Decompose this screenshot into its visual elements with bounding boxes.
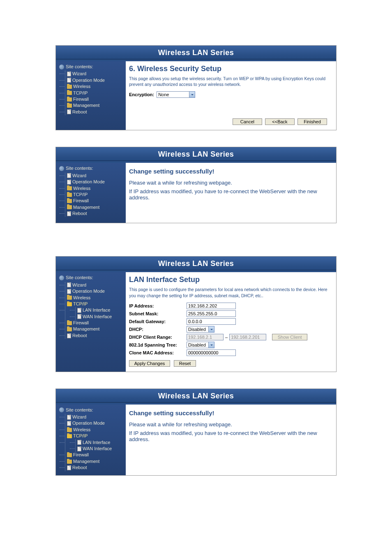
sidebar-item-management[interactable]: Management: [65, 204, 123, 210]
folder-icon: [67, 85, 72, 89]
header: Wireless LAN Series: [56, 389, 336, 403]
page-icon: [67, 421, 71, 426]
globe-icon: [59, 166, 64, 171]
folder-icon: [67, 321, 72, 325]
range-label: DHCP Client Range:: [129, 335, 187, 340]
sidebar-item-reboot[interactable]: Reboot: [65, 210, 123, 217]
sidebar-item-wireless[interactable]: Wireless: [65, 427, 123, 433]
folder-icon: [67, 193, 72, 197]
sidebar-item-reboot[interactable]: Reboot: [65, 333, 123, 339]
encryption-select[interactable]: [157, 91, 189, 98]
page-icon: [77, 314, 81, 319]
sidebar-item-operation-mode[interactable]: Operation Mode: [65, 420, 123, 426]
page-icon: [77, 308, 81, 313]
sidebar-item-tcpip[interactable]: TCP/IP: [65, 192, 123, 198]
sidebar-tree: Wizard Operation Mode Wireless TCP/IP Fi…: [65, 71, 123, 115]
chevron-down-icon[interactable]: [189, 91, 195, 98]
sidebar-item-management[interactable]: Management: [65, 102, 123, 109]
dhcp-label: DHCP:: [129, 327, 187, 332]
stp-label: 802.1d Spanning Tree:: [129, 342, 187, 347]
page-description: This page is used to configure the param…: [129, 287, 330, 298]
show-client-button: Show Client: [272, 334, 307, 340]
sidebar-item-wireless[interactable]: Wireless: [65, 83, 123, 90]
page-icon: [67, 180, 71, 185]
sidebar-item-reboot[interactable]: Reboot: [65, 109, 123, 115]
folder-icon: [67, 453, 72, 457]
cancel-button[interactable]: Cancel: [233, 118, 262, 125]
sidebar: Site contents: Wizard Operation Mode Wir…: [56, 271, 126, 371]
sidebar-item-management[interactable]: Management: [65, 458, 123, 465]
sidebar-item-operation-mode[interactable]: Operation Mode: [65, 288, 123, 294]
sidebar-item-firewall[interactable]: Firewall: [65, 320, 123, 326]
stp-select[interactable]: [187, 342, 209, 348]
mac-input[interactable]: [187, 349, 236, 356]
success-title: Change setting successfully!: [129, 168, 330, 175]
sidebar-item-operation-mode[interactable]: Operation Mode: [65, 77, 123, 83]
sidebar-item-wireless[interactable]: Wireless: [65, 185, 123, 192]
page-icon: [67, 109, 71, 114]
page-icon: [67, 465, 71, 470]
sidebar-item-wizard[interactable]: Wizard: [65, 414, 123, 420]
globe-icon: [59, 407, 64, 412]
page-title: LAN Interface Setup: [129, 275, 330, 284]
sidebar-item-management[interactable]: Management: [65, 326, 123, 332]
chevron-down-icon[interactable]: [209, 326, 214, 333]
page-icon: [67, 289, 71, 294]
reset-button[interactable]: Reset: [174, 360, 196, 367]
sidebar-item-wireless[interactable]: Wireless: [65, 295, 123, 301]
chevron-down-icon[interactable]: [209, 342, 214, 348]
sidebar-item-wizard[interactable]: Wizard: [65, 282, 123, 288]
globe-icon: [59, 65, 64, 69]
apply-button[interactable]: Apply Changes: [129, 360, 170, 367]
sidebar-item-tcpip[interactable]: TCP/IP: [65, 433, 123, 439]
folder-icon: [67, 104, 72, 108]
page-description: This page allows you setup the wireless …: [129, 76, 330, 87]
sidebar-item-firewall[interactable]: Firewall: [65, 452, 123, 458]
gateway-input[interactable]: [187, 318, 236, 325]
sidebar-item-operation-mode[interactable]: Operation Mode: [65, 179, 123, 185]
sidebar-item-firewall[interactable]: Firewall: [65, 198, 123, 204]
mask-input[interactable]: [187, 310, 236, 317]
sidebar-item-wan-interface[interactable]: WAN Interface: [76, 446, 112, 452]
sidebar-item-reboot[interactable]: Reboot: [65, 465, 123, 471]
range-start-input: [187, 334, 224, 340]
sidebar-item-firewall[interactable]: Firewall: [65, 96, 123, 102]
sidebar: Site contents: Wizard Operation Mode Wir…: [56, 60, 126, 130]
page-icon: [67, 333, 71, 338]
globe-icon: [59, 275, 64, 280]
header: Wireless LAN Series: [56, 147, 336, 161]
page-icon: [67, 415, 71, 420]
page-icon: [67, 72, 71, 76]
encryption-label: Encryption:: [129, 92, 154, 97]
page-title: 6. Wireless Security Setup: [129, 65, 330, 73]
ip-input[interactable]: [187, 303, 236, 309]
site-contents-title: Site contents:: [66, 165, 93, 171]
header: Wireless LAN Series: [56, 257, 336, 271]
folder-icon: [67, 91, 72, 95]
page-icon: [67, 211, 71, 216]
folder-icon: [67, 205, 72, 209]
mac-label: Clone MAC Address:: [129, 350, 187, 355]
panel-security-setup: Wireless LAN Series Site contents: Wizar…: [55, 45, 337, 130]
panel-success-2: Wireless LAN Series Site contents: Wizar…: [55, 388, 337, 476]
page-icon: [67, 173, 71, 178]
sidebar-item-lan-interface[interactable]: LAN Interface: [76, 439, 112, 446]
sidebar-item-wan-interface[interactable]: WAN Interface: [76, 314, 112, 320]
success-title: Change setting successfully!: [129, 409, 330, 416]
site-contents-title: Site contents:: [66, 64, 93, 70]
wait-message: Please wait a while for refreshing webpa…: [129, 180, 330, 186]
back-button[interactable]: <<Back: [265, 118, 295, 125]
sidebar-item-lan-interface[interactable]: LAN Interface: [76, 307, 112, 313]
panel-lan-setup: Wireless LAN Series Site contents: Wizar…: [55, 256, 337, 372]
folder-icon: [67, 460, 72, 464]
folder-icon: [67, 428, 72, 432]
sidebar-item-tcpip[interactable]: TCP/IP: [65, 90, 123, 96]
dhcp-select[interactable]: [187, 326, 209, 333]
header: Wireless LAN Series: [56, 46, 336, 60]
finished-button[interactable]: Finished: [297, 118, 327, 125]
sidebar-item-tcpip[interactable]: TCP/IP: [65, 301, 123, 307]
ip-message: If IP address was modified, you have to …: [129, 430, 330, 442]
folder-icon: [67, 296, 72, 300]
sidebar-item-wizard[interactable]: Wizard: [65, 173, 123, 179]
sidebar-item-wizard[interactable]: Wizard: [65, 71, 123, 77]
